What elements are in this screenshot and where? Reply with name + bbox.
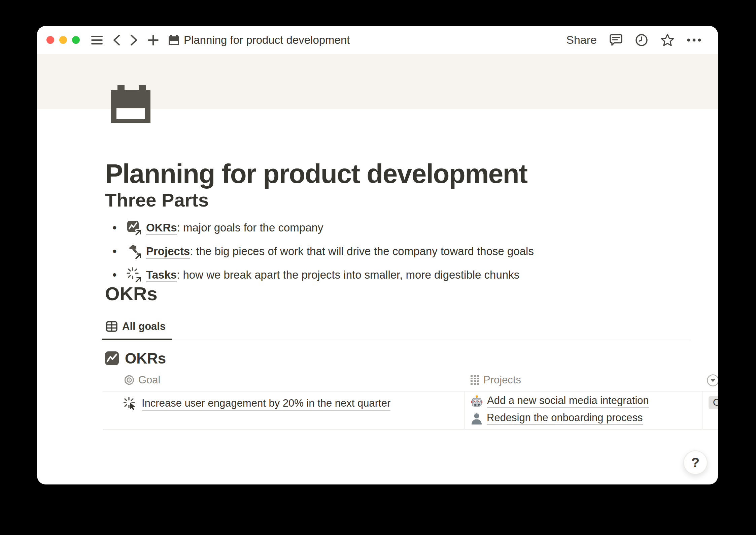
minimize-window-button[interactable] bbox=[59, 36, 67, 44]
back-icon[interactable] bbox=[113, 34, 120, 46]
close-window-button[interactable] bbox=[46, 36, 54, 44]
table-header-row: Goal Projects bbox=[103, 369, 718, 391]
goals-table: Goal Projects bbox=[103, 369, 718, 430]
target-icon bbox=[124, 375, 134, 385]
tasks-spark-link-icon bbox=[127, 267, 142, 283]
project-page-link[interactable]: Add a new social media integration bbox=[487, 395, 649, 408]
heading-okrs[interactable]: OKRs bbox=[105, 283, 718, 305]
table-view-icon bbox=[106, 321, 117, 332]
page-calendar-icon[interactable] bbox=[111, 85, 150, 123]
database-title[interactable]: OKRs bbox=[125, 350, 166, 367]
history-clock-icon[interactable] bbox=[635, 34, 648, 46]
zoom-window-button[interactable] bbox=[72, 36, 80, 44]
projects-page-link[interactable]: Projects bbox=[146, 245, 190, 259]
status-cell[interactable]: O bbox=[702, 391, 718, 429]
database-view-tabs: All goals bbox=[102, 318, 691, 340]
list-item[interactable]: • Projects: the big pieces of work that … bbox=[105, 243, 718, 259]
favorite-star-icon[interactable] bbox=[661, 34, 674, 46]
relation-grid-icon bbox=[471, 375, 479, 385]
doc-calendar-icon bbox=[169, 35, 179, 45]
status-badge[interactable]: O bbox=[709, 396, 718, 409]
list-item[interactable]: • OKRs: major goals for the company bbox=[105, 220, 718, 236]
tab-all-goals[interactable]: All goals bbox=[102, 318, 172, 340]
share-button[interactable]: Share bbox=[566, 33, 597, 46]
column-header-projects-label: Projects bbox=[483, 374, 521, 386]
titlebar-page-title: Planning for product development bbox=[184, 34, 350, 46]
heading-three-parts[interactable]: Three Parts bbox=[105, 189, 718, 211]
column-header-projects[interactable]: Projects bbox=[464, 374, 702, 386]
projects-cell[interactable]: Add a new social media integration Redes… bbox=[464, 391, 702, 429]
comments-icon[interactable] bbox=[610, 34, 622, 46]
project-page-link[interactable]: Redesign the onboarding process bbox=[487, 412, 643, 425]
table-row: Increase user engagement by 20% in the n… bbox=[103, 391, 718, 430]
okrs-chart-link-icon bbox=[127, 220, 142, 235]
sidebar-menu-icon[interactable] bbox=[91, 36, 103, 44]
tasks-page-link[interactable]: Tasks bbox=[146, 269, 177, 282]
traffic-lights bbox=[46, 36, 80, 44]
list-item[interactable]: • Tasks: how we break apart the projects… bbox=[105, 267, 718, 283]
okrs-page-link[interactable]: OKRs bbox=[146, 221, 177, 235]
column-header-goal-label: Goal bbox=[138, 374, 160, 386]
column-header-goal[interactable]: Goal bbox=[103, 374, 464, 386]
help-button[interactable]: ? bbox=[683, 450, 708, 475]
bullet-list: • OKRs: major goals for the company • bbox=[105, 220, 718, 283]
robot-emoji-icon bbox=[471, 395, 483, 408]
notion-window: Planning for product development Share P… bbox=[37, 26, 718, 484]
hidden-columns-chevron-icon[interactable] bbox=[707, 374, 718, 387]
projects-hammer-link-icon bbox=[127, 244, 142, 259]
goal-spark-cursor-icon bbox=[124, 397, 137, 411]
forward-icon[interactable] bbox=[130, 34, 138, 46]
goal-cell[interactable]: Increase user engagement by 20% in the n… bbox=[103, 391, 464, 429]
database-chart-icon bbox=[105, 351, 119, 365]
goal-page-link[interactable]: Increase user engagement by 20% in the n… bbox=[142, 397, 390, 411]
okrs-database: OKRs Goal Projects bbox=[105, 350, 718, 430]
more-options-icon[interactable] bbox=[687, 38, 701, 42]
page-title[interactable]: Planning for product development bbox=[105, 158, 718, 189]
person-silhouette-icon bbox=[471, 412, 483, 425]
titlebar: Planning for product development Share bbox=[37, 26, 718, 54]
tab-all-goals-label: All goals bbox=[122, 320, 166, 333]
new-tab-icon[interactable] bbox=[148, 35, 159, 45]
